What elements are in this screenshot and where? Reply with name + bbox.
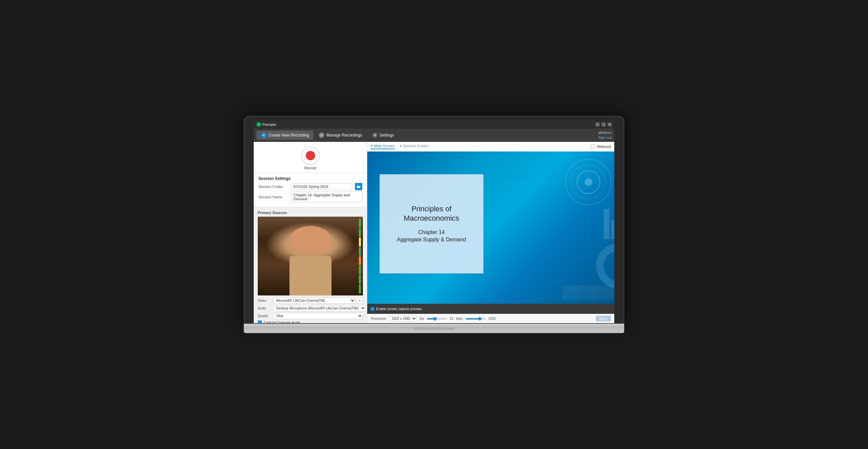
capture-audio-row: Capture Computer Audio [258, 320, 363, 323]
level-bar-5 [359, 256, 361, 265]
capture-audio-checkbox[interactable] [258, 320, 262, 323]
main-screen-tab-label: Main Screen [374, 144, 395, 148]
record-area: Record [254, 142, 367, 173]
settings-label: Settings [380, 133, 394, 137]
audio-dropdown-row: Audio Desktop Microphone (Microsoft® Lif… [258, 305, 363, 312]
panopto-icon: P [256, 122, 261, 127]
kbps-slider-container [466, 318, 486, 319]
slide-preview: Principles ofMacroeconomics Chapter 14 A… [367, 152, 614, 304]
level-bar-2 [359, 228, 361, 237]
enable-capture-label: Enable screen capture preview [376, 307, 422, 311]
folder-value[interactable]: ECO102 Spring 2016 [291, 183, 352, 190]
svg-rect-7 [611, 220, 614, 239]
slide-chapter: Chapter 14 Aggregate Supply & Demand [397, 229, 466, 244]
app-logo: P Panopto [256, 122, 276, 127]
level-bar-3 [359, 237, 361, 246]
capture-audio-label: Capture Computer Audio [264, 321, 301, 323]
record-button[interactable] [302, 147, 319, 165]
resolution-label: Resolution [371, 317, 386, 320]
laptop-notch [414, 327, 454, 330]
level-bar-1 [359, 219, 361, 227]
folder-browse-button[interactable] [355, 183, 362, 190]
manage-recordings-button[interactable]: ≡ Manage Recordings [314, 131, 367, 140]
kbps-slider[interactable] [466, 318, 486, 319]
session-settings: Session Settings Session Folder ECO102 S… [254, 173, 367, 207]
video-label: Video [258, 299, 272, 302]
username: abshorn [598, 130, 612, 135]
chapter-number: Chapter 14 [418, 229, 445, 235]
create-recording-label: Create New Recording [269, 133, 309, 137]
kbps-slider-fill [466, 318, 480, 319]
enable-capture-row: ✓ Enable screen capture preview [371, 307, 422, 311]
level-bar-7 [359, 275, 361, 284]
webcast-label: Webcast [597, 145, 611, 149]
level-bar-8 [359, 285, 361, 293]
audio-label: Audio [258, 307, 272, 310]
sign-out-link[interactable]: Sign out [598, 135, 612, 140]
quality-label: Quality [258, 314, 272, 318]
settings-bar: Resolution 1920 x 1080 fps [367, 314, 614, 323]
preview-main: Principles ofMacroeconomics Chapter 14 A… [367, 152, 614, 314]
window-controls: ─ □ ✕ [596, 123, 612, 127]
apply-button[interactable]: Apply [596, 316, 611, 321]
tab-second-screen[interactable]: ● Second Screen [400, 144, 428, 149]
app-window: P Panopto ─ □ ✕ ● Create New Recording [254, 121, 614, 323]
webcast-area: Webcast [591, 145, 611, 149]
level-bar-4 [359, 247, 361, 256]
preview-header: ● Main Screen ● Second Screen Webcast [367, 142, 614, 152]
screen-bezel: P Panopto ─ □ ✕ ● Create New Recording [244, 116, 624, 324]
settings-button[interactable]: ⚙ Settings [368, 131, 399, 140]
maximize-button[interactable]: □ [601, 123, 606, 127]
kbps-value: 1500 [488, 317, 496, 320]
minimize-button[interactable]: ─ [596, 123, 599, 127]
quality-dropdown-row: Quality Ultra [258, 313, 363, 319]
audio-select[interactable]: Desktop Microphone (Microsoft® LifeCam C… [273, 305, 366, 312]
left-panel: Record Session Settings Session Folder E… [254, 142, 367, 323]
record-dot [306, 151, 315, 160]
camera-feed [258, 217, 363, 295]
laptop-base [244, 324, 624, 333]
svg-rect-6 [603, 209, 609, 239]
video-select[interactable]: Microsoft® LifeCam Cinema(TM) [273, 297, 355, 304]
capture-preview-bar: ✓ Enable screen capture preview [367, 304, 614, 314]
name-label: Session Name [258, 195, 288, 199]
camera-preview [258, 217, 363, 295]
sources-area: Primary Sources [254, 207, 367, 323]
video-edit-button[interactable]: ✎ [357, 298, 363, 304]
folder-label: Session Folder [258, 185, 288, 189]
webcast-checkbox[interactable] [591, 145, 595, 149]
folder-icon [356, 185, 361, 188]
tab-main-screen[interactable]: ● Main Screen [371, 144, 395, 149]
person-head [289, 226, 332, 254]
fps-value: 15 [450, 317, 453, 320]
enable-capture-checkbox[interactable]: ✓ [371, 307, 374, 311]
user-area: abshorn Sign out [598, 130, 612, 140]
session-folder-row: Session Folder ECO102 Spring 2016 [258, 183, 362, 190]
audio-level-meter [359, 219, 361, 293]
level-bar-6 [359, 266, 361, 275]
close-button[interactable]: ✕ [608, 123, 612, 127]
svg-point-3 [585, 178, 592, 186]
session-name-row: Session Name Chapter 14: Aggregate Suppl… [258, 192, 362, 202]
session-name-value[interactable]: Chapter 14: Aggregate Supply and Demand [291, 192, 362, 202]
main-content: Record Session Settings Session Folder E… [254, 142, 614, 323]
session-settings-title: Session Settings [258, 176, 362, 181]
resolution-select[interactable]: 1920 x 1080 [389, 316, 417, 321]
fps-slider[interactable] [427, 318, 447, 319]
fps-slider-thumb [433, 317, 437, 320]
fps-label: fps [420, 317, 424, 320]
laptop-screen: P Panopto ─ □ ✕ ● Create New Recording [254, 121, 614, 323]
title-bar: P Panopto ─ □ ✕ [254, 121, 614, 129]
main-screen-tab-icon: ● [371, 144, 373, 148]
slide-title: Principles ofMacroeconomics [404, 204, 459, 223]
video-dropdown-row: Video Microsoft® LifeCam Cinema(TM) ✎ [258, 297, 363, 304]
top-nav: ● Create New Recording ≡ Manage Recordin… [254, 129, 614, 142]
quality-select[interactable]: Ultra [273, 313, 363, 319]
recordings-icon: ≡ [319, 132, 324, 138]
right-panel: ● Main Screen ● Second Screen Webcast [367, 142, 614, 323]
create-recording-button[interactable]: ● Create New Recording [256, 131, 313, 140]
chapter-subtitle: Aggregate Supply & Demand [397, 237, 466, 243]
kbps-label: kbps [456, 317, 463, 320]
app-title: Panopto [262, 123, 276, 127]
fps-slider-container [427, 318, 447, 319]
